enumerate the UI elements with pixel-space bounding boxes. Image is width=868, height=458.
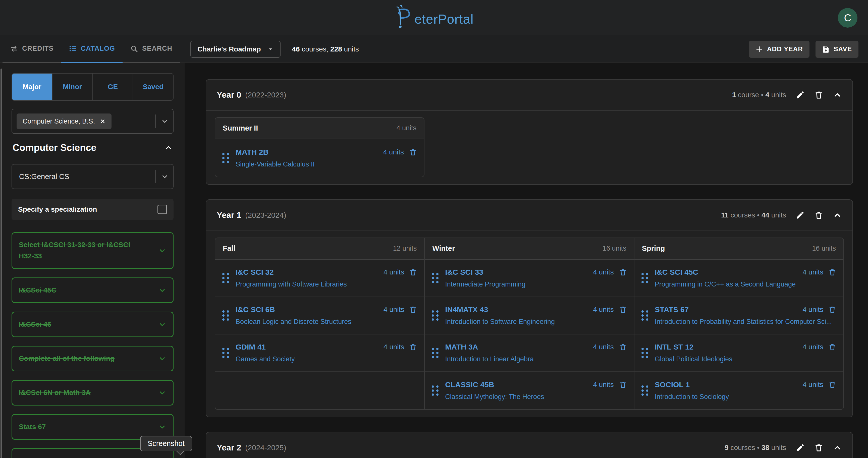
drag-handle-icon[interactable] [432,310,438,321]
quarter-header: Fall12 units [215,238,424,260]
course-row[interactable]: GDIM 414 unitsGames and Society [215,334,424,372]
requirement-item[interactable]: I&CSci 45C [11,277,174,303]
drag-handle-icon[interactable] [432,386,438,396]
user-avatar[interactable]: C [838,8,858,28]
course-row[interactable]: STATS 674 unitsIntroduction to Probabili… [634,297,843,334]
drag-handle-icon[interactable] [642,386,648,396]
major-multiselect[interactable]: Computer Science, B.S. [11,109,174,134]
course-code-link[interactable]: GDIM 41 [236,343,266,351]
peterportal-logo[interactable]: eterPortal [394,4,473,29]
chevron-down-icon[interactable] [158,423,166,431]
specialization-select[interactable]: CS:General CS [11,164,174,189]
delete-course-icon[interactable] [828,381,836,389]
delete-course-icon[interactable] [619,381,627,389]
edit-year-icon[interactable] [796,90,805,99]
delete-course-icon[interactable] [409,268,417,276]
course-code-link[interactable]: CLASSIC 45B [445,381,494,389]
delete-course-icon[interactable] [619,268,627,276]
chevron-down-icon[interactable] [158,320,166,328]
chevron-down-icon[interactable] [158,355,166,363]
course-code-link[interactable]: MATH 3A [445,343,478,351]
drag-handle-icon[interactable] [642,310,648,321]
requirement-item[interactable]: Complete all of the following [11,346,174,371]
requirement-item[interactable]: Select I&CSCI 31-32-33 or I&CSCI H32-33 [11,232,174,269]
requirement-item[interactable]: I&CSci 46 [11,312,174,337]
delete-year-icon[interactable] [814,443,823,452]
chevron-down-icon[interactable] [158,389,166,397]
chevron-down-icon[interactable] [161,173,168,180]
drag-handle-icon[interactable] [222,348,229,358]
course-code-link[interactable]: MATH 2B [236,148,269,157]
delete-course-icon[interactable] [409,148,417,156]
delete-year-icon[interactable] [814,90,823,99]
course-title: Boolean Logic and Discrete Structures [236,318,417,326]
course-code-link[interactable]: SOCIOL 1 [655,381,690,389]
roadmap-selector[interactable]: Charlie's Roadmap [190,41,281,58]
major-chip-label: Computer Science, B.S. [23,118,95,125]
collapse-chevron-up-icon[interactable] [164,143,173,152]
drag-handle-icon[interactable] [222,153,229,163]
course-code-link[interactable]: I&C SCI 45C [655,268,698,276]
collapse-year-icon[interactable] [833,211,842,220]
delete-course-icon[interactable] [409,305,417,314]
course-row[interactable]: CLASSIC 45B4 unitsClassical Mythology: T… [425,372,634,409]
course-title: Introduction to Linear Algebra [445,355,627,363]
chip-remove-icon[interactable] [100,119,105,124]
delete-course-icon[interactable] [828,343,836,351]
collapse-year-icon[interactable] [833,443,842,452]
collapse-year-icon[interactable] [833,90,842,99]
course-row[interactable]: MATH 3A4 unitsIntroduction to Linear Alg… [425,334,634,372]
delete-course-icon[interactable] [619,343,627,351]
sidebar-tab-ge[interactable]: GE [93,73,133,100]
course-row[interactable]: SOCIOL 14 unitsIntroduction to Sociology [634,372,843,409]
specialization-checkbox[interactable] [157,205,167,214]
course-code-link[interactable]: I&C SCI 32 [236,268,274,276]
quarter-units: 4 units [396,124,416,132]
course-top-row: CLASSIC 45B4 units [445,381,627,389]
sidebar-tab-major[interactable]: Major [12,73,53,100]
course-code-link[interactable]: IN4MATX 43 [445,305,488,314]
requirement-item[interactable]: I&CSci 6N or Math 3A [11,380,174,405]
delete-course-icon[interactable] [409,343,417,351]
sidebar-scrollbar[interactable] [0,69,2,458]
quarter-column: Winter16 unitsI&C SCI 334 unitsIntermedi… [425,238,634,409]
course-row[interactable]: I&C SCI 324 unitsProgramming with Softwa… [215,260,424,297]
nav-tab-catalog[interactable]: CATALOG [61,35,123,63]
year-meta: 9 courses • 38 units [724,443,842,452]
drag-handle-icon[interactable] [222,273,229,283]
nav-tab-credits[interactable]: CREDITS [2,35,61,63]
course-row[interactable]: INTL ST 124 unitsGlobal Political Ideolo… [634,334,843,372]
drag-handle-icon[interactable] [642,348,648,358]
course-row[interactable]: I&C SCI 6B4 unitsBoolean Logic and Discr… [215,297,424,334]
edit-year-icon[interactable] [796,443,805,452]
delete-year-icon[interactable] [814,211,823,220]
drag-handle-icon[interactable] [222,310,229,321]
add-year-button[interactable]: ADD YEAR [749,41,809,58]
course-row[interactable]: I&C SCI 334 unitsIntermediate Programmin… [425,260,634,297]
course-row[interactable]: MATH 2B4 unitsSingle-Variable Calculus I… [215,139,424,177]
save-button[interactable]: SAVE [815,41,859,58]
drag-handle-icon[interactable] [432,348,438,358]
course-code-link[interactable]: I&C SCI 6B [236,305,275,314]
course-units: 4 units [593,268,614,276]
delete-course-icon[interactable] [828,268,836,276]
nav-tab-label: CATALOG [81,45,115,53]
drag-handle-icon[interactable] [642,273,648,283]
course-code-link[interactable]: STATS 67 [655,305,689,314]
sidebar-tab-saved[interactable]: Saved [133,73,173,100]
delete-course-icon[interactable] [619,305,627,314]
chevron-down-icon[interactable] [158,247,166,255]
chevron-down-icon[interactable] [161,118,168,125]
delete-course-icon[interactable] [828,305,836,314]
save-icon [822,45,830,53]
course-row[interactable]: IN4MATX 434 unitsIntroduction to Softwar… [425,297,634,334]
edit-year-icon[interactable] [796,211,805,220]
course-top-row: INTL ST 124 units [655,343,836,351]
course-row[interactable]: I&C SCI 45C4 unitsProgramming in C/C++ a… [634,260,843,297]
chevron-down-icon[interactable] [158,286,166,294]
nav-tab-search[interactable]: SEARCH [123,35,180,63]
drag-handle-icon[interactable] [432,273,438,283]
course-code-link[interactable]: I&C SCI 33 [445,268,483,276]
sidebar-tab-minor[interactable]: Minor [53,73,93,100]
course-code-link[interactable]: INTL ST 12 [655,343,693,351]
